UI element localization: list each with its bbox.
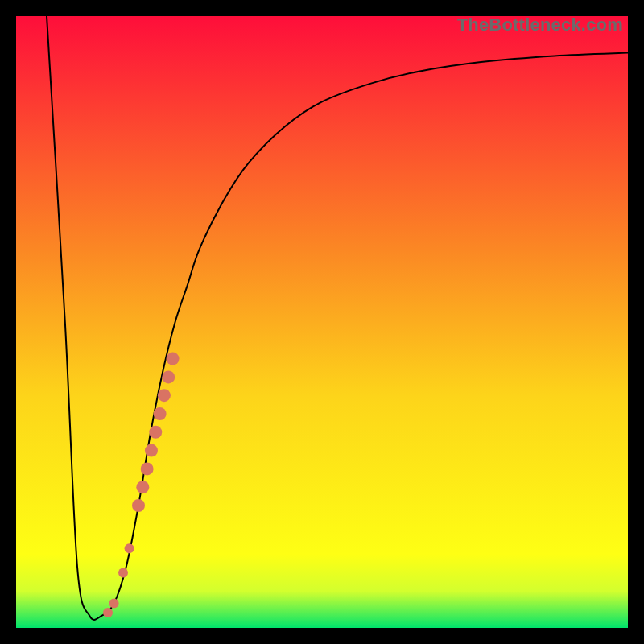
curve-marker [109,599,119,609]
curve-marker [145,444,158,457]
chart-frame: TheBottleneck.com [16,16,628,628]
curve-marker [136,481,149,493]
curve-marker [132,499,145,512]
chart-overlay [16,16,628,628]
curve-line [47,16,628,620]
curve-marker [162,370,175,383]
curve-marker [149,426,162,439]
curve-marker [141,462,154,475]
curve-marker [103,608,113,617]
curve-marker [167,353,180,365]
curve-marker [118,568,128,578]
curve-marker [125,543,134,553]
curve-marker [154,407,167,420]
markers-group [103,353,180,617]
curve-marker [158,389,171,402]
